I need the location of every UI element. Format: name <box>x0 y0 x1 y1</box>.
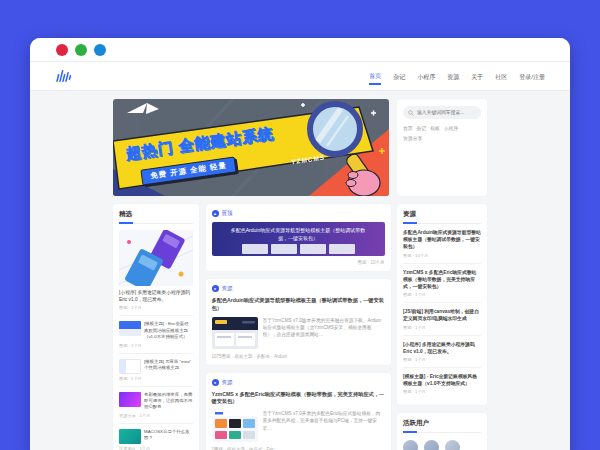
list-item[interactable]: MACOSX这是个什么东西？ 深度观点 · 1个月 <box>119 424 193 450</box>
avatar[interactable] <box>424 440 439 450</box>
list-item-title: [小程序] 多用途记账类小程序源码Eric v1.0，现已发布。 <box>403 341 481 355</box>
list-item-thumbnail <box>119 359 141 374</box>
page-content: 超热门 全能建站系统 YZMCMS 免费 开源 全能 轻量 首页 <box>30 91 570 450</box>
hot-tag[interactable]: 杂记 <box>417 125 427 131</box>
hot-tag[interactable]: 模板 <box>430 125 440 131</box>
post-description: 基于YzmCMS v7.0开发的多配色Eric响应式整站模板，内置多种配色风格，… <box>263 410 385 433</box>
active-users-avatars <box>403 440 481 450</box>
post-category: 资源 <box>222 379 233 386</box>
featured-lead-meta: 围观 · 1个月 <box>119 305 193 310</box>
post-category: 置顶 <box>222 210 233 217</box>
nav-item-notes[interactable]: 杂记 <box>393 69 405 84</box>
hot-tag[interactable]: 首页 <box>403 125 413 131</box>
list-item-meta: 围观 · 1个月 <box>403 292 481 297</box>
list-item[interactable]: 色彩最炫的渐变库，免费即可调用，让你再也不用担心配色 资源分享 · 1个月 <box>119 387 193 424</box>
list-item-meta: 围观 · 1个月 <box>403 389 481 394</box>
list-item-meta: 深度观点 · 1个月 <box>119 446 193 450</box>
active-users-header: 活跃用户 <box>403 419 481 433</box>
list-item-title: [模板主题] · Eric全新记账模板风格模板主题（v1.0不支持响应式） <box>403 373 481 387</box>
list-item-meta: 围观 · 1个月 <box>119 343 193 348</box>
list-item-thumbnail <box>119 321 141 336</box>
featured-lead-title: [小程序] 多用途记账类小程序源码Eric v1.0，现已发布。 <box>119 289 193 303</box>
list-item-title: [模板主题] 元宵版 “intro” 个性简洁模板主题 <box>144 359 193 374</box>
list-item-title: [模板主题] · Eric全新经典款简洁响应模板主题（v1.0不支持响应式） <box>144 321 193 340</box>
post-description: 基于YzmCMS v7.0版本开发的完美融合资源下载、Arduin响应式整站模板… <box>263 317 385 340</box>
category-badge-icon: ● <box>212 285 219 292</box>
list-item-title: MACOSX这是个什么东西？ <box>144 429 193 444</box>
list-item-title: 多配色Arduin响应式资源导航型整站模板主题（整站调试带数据，一键安装包） <box>403 229 481 251</box>
nav-item-miniprogram[interactable]: 小程序 <box>417 69 435 84</box>
nav-item-community[interactable]: 社区 <box>495 69 507 84</box>
nav-item-about[interactable]: 关于 <box>471 69 483 84</box>
list-item-thumbnail <box>119 392 141 407</box>
nav-item-login[interactable]: 登录/注册 <box>519 69 545 84</box>
hot-tag[interactable]: 小程序 <box>444 125 458 131</box>
pin-badge-icon: ▲ <box>212 210 219 217</box>
post-meta: 围观 · 10个月 <box>212 260 385 265</box>
avatar[interactable] <box>403 440 418 450</box>
close-button[interactable] <box>56 44 68 56</box>
search-card: 首页 杂记 模板 小程序 资源分享 <box>397 99 487 196</box>
hot-tag[interactable]: 资源分享 <box>403 135 422 141</box>
list-item-title: YzmCMS x 多配色Eric响应式整站模板（整站带数据，完美支持响应式，一键… <box>403 269 481 291</box>
list-item[interactable]: YzmCMS x 多配色Eric响应式整站模板（整站带数据，完美支持响应式，一键… <box>403 264 481 304</box>
search-box <box>403 106 481 119</box>
post-item[interactable]: ● 资源 多配色Arduin响应式资源导航型整站模板主题（整站调试带数据，一键安… <box>206 279 391 365</box>
browser-window: 首页 杂记 小程序 资源 关于 社区 登录/注册 <box>30 38 570 450</box>
list-item[interactable]: [模板主题] · Eric全新经典款简洁响应模板主题（v1.0不支持响应式） 围… <box>119 316 193 353</box>
post-hero-title: 多配色Arduin响应式资源导航型整站模板主题（整站调试带数据，一键安装包） <box>212 227 385 242</box>
post-hero-image: 多配色Arduin响应式资源导航型整站模板主题（整站调试带数据，一键安装包） <box>212 222 385 256</box>
search-input[interactable] <box>417 110 476 115</box>
list-item[interactable]: [模板主题] · Eric全新记账模板风格模板主题（v1.0不支持响应式） 围观… <box>403 368 481 399</box>
list-item-meta: 围观 · 1个月 <box>403 325 481 330</box>
nav-menu: 首页 杂记 小程序 资源 关于 社区 登录/注册 <box>369 68 545 85</box>
post-meta: 1075围观 · 模板主题 · 多配色 · Arduin <box>212 354 385 359</box>
list-item-thumbnail <box>119 429 141 444</box>
list-item[interactable]: 多配色Arduin响应式资源导航型整站模板主题（整站调试带数据，一键安装包） 围… <box>403 224 481 264</box>
avatar[interactable] <box>445 440 460 450</box>
search-icon <box>408 110 414 116</box>
list-item-title: 色彩最炫的渐变库，免费即可调用，让你再也不用担心配色 <box>144 392 193 411</box>
active-users-card: 活跃用户 <box>397 413 487 450</box>
logo-icon[interactable] <box>55 70 77 82</box>
site-navbar: 首页 杂记 小程序 资源 关于 社区 登录/注册 <box>30 62 570 91</box>
list-item[interactable]: [模板主题] 元宵版 “intro” 个性简洁模板主题 围观 · 1个月 <box>119 354 193 387</box>
list-item[interactable]: [JS/前端] 利用canvas绘制，创建自定义网页水印/电脑端水印生成 围观 … <box>403 303 481 335</box>
browser-chrome <box>30 38 570 62</box>
post-title: YzmCMS x 多配色Eric响应式整站模板（整站带数据，完美支持响应式，一键… <box>212 391 385 407</box>
list-item-meta: 围观 · 10个月 <box>403 253 481 258</box>
maximize-button[interactable] <box>94 44 106 56</box>
hero-banner[interactable]: 超热门 全能建站系统 YZMCMS 免费 开源 全能 轻量 <box>113 99 389 196</box>
list-item-title: [JS/前端] 利用canvas绘制，创建自定义网页水印/电脑端水印生成 <box>403 308 481 322</box>
post-item[interactable]: ● 资源 YzmCMS x 多配色Eric响应式整站模板（整站带数据，完美支持响… <box>206 373 391 450</box>
minimize-button[interactable] <box>75 44 87 56</box>
resources-header: 资源 <box>403 210 481 224</box>
featured-lead-image <box>119 230 193 286</box>
featured-header: 精选 <box>119 210 193 224</box>
pinned-post[interactable]: ▲ 置顶 多配色Arduin响应式资源导航型整站模板主题（整站调试带数据，一键安… <box>206 204 391 271</box>
featured-card: 精选 <box>113 204 199 450</box>
featured-lead-item[interactable]: [小程序] 多用途记账类小程序源码Eric v1.0，现已发布。 围观 · 1个… <box>119 230 193 316</box>
list-item-meta: 资源分享 · 1个月 <box>119 413 193 418</box>
category-badge-icon: ● <box>212 379 219 386</box>
hot-tags: 首页 杂记 模板 小程序 资源分享 <box>403 125 481 141</box>
hero-thumbnail-strip <box>212 244 385 254</box>
list-item[interactable]: [小程序] 多用途记账类小程序源码Eric v1.0，现已发布。 围观 · 1个… <box>403 336 481 368</box>
resources-card: 资源 多配色Arduin响应式资源导航型整站模板主题（整站调试带数据，一键安装包… <box>397 204 487 405</box>
post-title: 多配色Arduin响应式资源导航型整站模板主题（整站调试带数据，一键安装包） <box>212 297 385 313</box>
list-item-meta: 围观 · 1个月 <box>403 357 481 362</box>
nav-item-home[interactable]: 首页 <box>369 68 381 85</box>
post-category: 资源 <box>222 285 233 292</box>
post-thumbnail <box>212 317 258 349</box>
post-thumbnail <box>212 410 258 442</box>
nav-item-resources[interactable]: 资源 <box>447 69 459 84</box>
list-item-meta: 围观 · 1个月 <box>119 376 193 381</box>
